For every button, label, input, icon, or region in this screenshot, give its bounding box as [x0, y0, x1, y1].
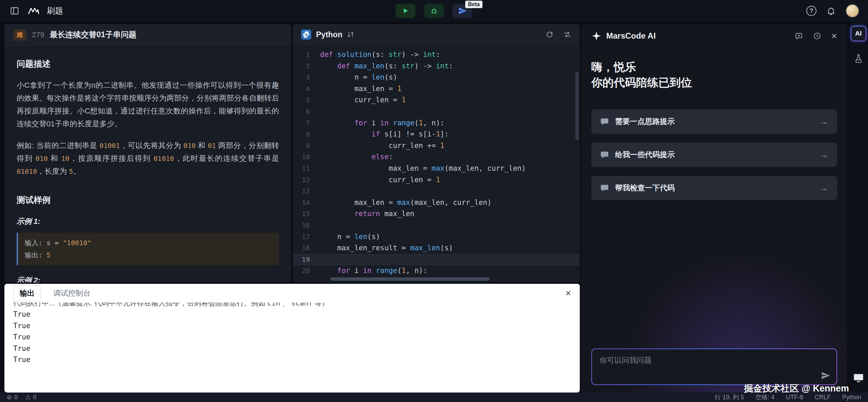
code-line[interactable]: 14 max_len = max(max_len, curr_len): [293, 197, 580, 209]
cursor-position[interactable]: 行 19, 列 5: [715, 393, 744, 401]
chat-bubble-icon: [600, 117, 609, 126]
flask-icon[interactable]: [853, 54, 864, 64]
send-icon[interactable]: [821, 371, 830, 380]
output-console-panel: 输出 调试控制台 × 代码执行中...（温馨提示: 代码中不允许存在输入指令，否…: [4, 284, 580, 393]
warnings-indicator[interactable]: ⚠ 0: [25, 394, 36, 401]
code-line[interactable]: 20 for i in range(1, n):: [293, 265, 580, 277]
console-content: 代码执行中...（温馨提示: 代码中不允许存在输入指令，否则将会阻塞运行。例如 …: [4, 302, 580, 393]
code-line[interactable]: 6: [293, 106, 580, 118]
debug-run-button[interactable]: [424, 4, 444, 18]
reset-code-icon[interactable]: [545, 30, 554, 39]
problem-paragraph: 小C拿到了一个长度为n的二进制串。他发现通过一些操作可以得到一个很有趣的效果。每…: [17, 79, 279, 130]
ai-greeting-name: 嗨，悦乐: [591, 59, 837, 75]
line-number: 11: [293, 163, 320, 174]
code-line[interactable]: 12 curr_len = 1: [293, 174, 580, 186]
example-block: 输入: s = "10010" 输出: 5: [17, 233, 279, 265]
code-line[interactable]: 8 if s[i] != s[i-1]:: [293, 129, 580, 140]
code-line[interactable]: 17 n = len(s): [293, 231, 580, 243]
code-line[interactable]: 9 curr_len += 1: [293, 140, 580, 152]
chat-bubble-icon: [600, 150, 609, 159]
errors-indicator[interactable]: ⊘ 0: [7, 394, 18, 401]
vertical-scrollbar[interactable]: [575, 72, 579, 140]
samples-heading: 测试样例: [17, 193, 279, 206]
problem-number: 279: [32, 30, 44, 39]
history-icon[interactable]: [813, 31, 822, 40]
line-number: 15: [293, 208, 320, 220]
language-switch-icon[interactable]: [347, 30, 355, 39]
run-button[interactable]: [396, 4, 415, 18]
line-number: 2: [293, 61, 320, 72]
editor-lines: 1def solution(s: str) -> int:2 def max_l…: [293, 49, 580, 277]
arrow-right-icon: →: [819, 149, 828, 160]
console-output-line: True: [13, 343, 571, 355]
code-line[interactable]: 1def solution(s: str) -> int:: [293, 49, 580, 61]
line-number: 16: [293, 220, 320, 231]
code-line[interactable]: 13: [293, 186, 580, 197]
code-line[interactable]: 11 max_len = max(max_len, curr_len): [293, 163, 580, 174]
line-number: 14: [293, 197, 320, 209]
code-line[interactable]: 5 curr_len = 1: [293, 94, 580, 106]
submit-button[interactable]: Beta: [453, 4, 472, 18]
console-hint-line: 代码执行中...（温馨提示: 代码中不允许存在输入指令，否则将会阻塞运行。例如 …: [13, 302, 571, 309]
problem-paragraph: 例如: 当前的二进制串是 01001，可以先将其分为 010 和 01 两部分，…: [17, 139, 279, 178]
example-label: 示例 2:: [17, 274, 279, 282]
format-compare-icon[interactable]: [563, 30, 572, 39]
code-line[interactable]: 19: [293, 254, 580, 266]
code-line[interactable]: 10 else:: [293, 151, 580, 163]
code-line[interactable]: 7 for i in range(1, n):: [293, 118, 580, 129]
ai-chat-input-box[interactable]: [591, 348, 837, 385]
marscode-logo-icon: [28, 5, 39, 17]
problem-title: 最长连续交替01子串问题: [50, 29, 137, 40]
suggestion-card-idea-hint[interactable]: 需要一点思路提示 →: [591, 109, 837, 134]
suggestion-card-check-code[interactable]: 帮我检查一下代码 →: [591, 176, 837, 200]
suggestion-card-code-hint[interactable]: 给我一些代码提示 →: [591, 143, 837, 167]
notifications-bell-icon[interactable]: [825, 5, 837, 17]
code-line[interactable]: 16: [293, 220, 580, 231]
tab-output[interactable]: 输出: [13, 285, 41, 301]
eol-setting[interactable]: CRLF: [815, 394, 831, 401]
code-line[interactable]: 18 max_len_result = max_len(s): [293, 242, 580, 254]
line-number: 4: [293, 83, 320, 95]
code-line[interactable]: 3 n = len(s): [293, 72, 580, 83]
console-close-icon[interactable]: ×: [566, 289, 571, 298]
horizontal-scrollbar[interactable]: [330, 277, 490, 281]
ai-assistant-button[interactable]: AI: [851, 26, 866, 41]
ai-chat-input[interactable]: [592, 349, 836, 372]
example-label: 示例 1:: [17, 215, 279, 228]
problem-header: 难 279 最长连续交替01子串问题: [4, 24, 291, 46]
code-line[interactable]: 15 return max_len: [293, 208, 580, 220]
language-mode[interactable]: Python: [842, 394, 861, 401]
screen-share-icon[interactable]: [853, 373, 864, 383]
console-output-line: True: [13, 309, 571, 320]
line-number: 3: [293, 72, 320, 83]
editor-header: Python: [293, 24, 580, 45]
warning-count: 0: [33, 394, 36, 401]
example-output: 输出: 5: [25, 249, 272, 261]
code-editor[interactable]: 1def solution(s: str) -> int:2 def max_l…: [293, 45, 580, 282]
console-output-line: True: [13, 332, 571, 343]
description-heading: 问题描述: [17, 57, 279, 70]
line-number: 20: [293, 265, 320, 277]
difficulty-badge: 难: [13, 29, 26, 41]
line-number: 9: [293, 140, 320, 152]
code-line[interactable]: 4 max_len = 1: [293, 83, 580, 95]
problem-panel: 难 279 最长连续交替01子串问题 问题描述 小C拿到了一个长度为n的二进制串…: [4, 24, 291, 282]
line-number: 1: [293, 49, 320, 61]
encoding-setting[interactable]: UTF-8: [786, 394, 803, 401]
arrow-right-icon: →: [819, 116, 828, 127]
ai-panel-title: MarsCode AI: [606, 31, 656, 41]
console-lines: TrueTrueTrueTrueTrue: [13, 309, 571, 366]
error-count: 0: [14, 394, 18, 401]
ai-close-icon[interactable]: ×: [831, 31, 837, 41]
new-chat-icon[interactable]: [794, 31, 803, 40]
marscode-ai-panel: MarsCode AI × 嗨，悦乐 你的代码陪练已到位 需要一点思路提示 → …: [581, 24, 847, 393]
code-line[interactable]: 2 def max_len(s: str) -> int:: [293, 61, 580, 72]
line-number: 12: [293, 174, 320, 186]
tab-debug-console[interactable]: 调试控制台: [53, 288, 91, 298]
status-bar: ⊘ 0 ⚠ 0 行 19, 列 5 空格: 4 UTF-8 CRLF Pytho…: [0, 393, 868, 402]
user-avatar[interactable]: [846, 4, 859, 18]
line-number: 7: [293, 118, 320, 129]
sidebar-toggle-icon[interactable]: [9, 5, 20, 17]
chat-bubble-icon: [600, 184, 609, 192]
help-icon[interactable]: ?: [806, 6, 816, 16]
